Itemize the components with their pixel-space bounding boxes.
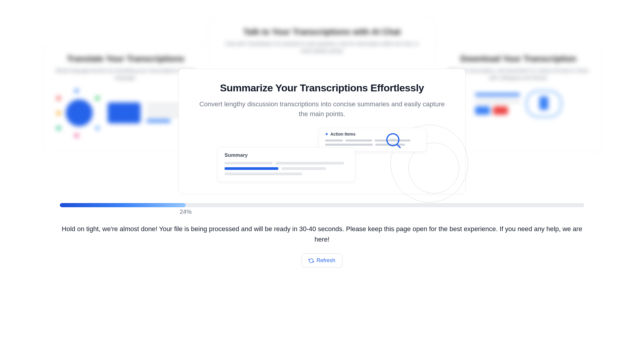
progress-percent-label: 24% <box>180 208 584 215</box>
main-desc: Convert lengthy discussion transcription… <box>197 99 447 119</box>
translate-graphic <box>54 90 197 135</box>
blurred-top-title: Talk to Your Transcriptions with AI Chat <box>221 27 423 37</box>
blurred-left-title: Translate Your Transcriptions <box>54 54 197 64</box>
download-graphic <box>447 90 590 117</box>
globe-icon <box>66 99 93 126</box>
upload-icon <box>108 102 141 123</box>
refresh-label: Refresh <box>316 257 335 264</box>
summary-card: Summary <box>218 147 355 182</box>
progress-message: Hold on tight, we're almost done! Your f… <box>60 224 584 245</box>
magnifier-icon <box>386 133 399 146</box>
progress-section: 24% Hold on tight, we're almost done! Yo… <box>24 203 620 268</box>
main-feature-card: Summarize Your Transcriptions Effortless… <box>178 69 466 194</box>
blurred-left-desc: Break language barriers by translating y… <box>54 67 197 82</box>
blurred-right-title: Download Your Transcription <box>447 54 590 64</box>
refresh-button[interactable]: Refresh <box>302 254 342 268</box>
format-pill-icon <box>475 106 490 115</box>
blurred-right-desc: Edit your transcription, and download it… <box>447 67 590 82</box>
refresh-icon <box>309 258 314 263</box>
progress-fill <box>60 203 186 207</box>
action-items-label: Action Items <box>330 132 355 136</box>
format-pill-icon <box>493 106 508 115</box>
sparkle-icon: ✦ <box>325 132 329 136</box>
summarize-illustration: ✦ Action Items <box>197 128 447 185</box>
main-title: Summarize Your Transcriptions Effortless… <box>197 82 447 94</box>
progress-bar <box>60 203 584 207</box>
carousel-area: Talk to Your Transcriptions with AI Chat… <box>24 12 620 197</box>
summary-label: Summary <box>225 152 348 158</box>
blurred-top-desc: Chat with Transkriptor's AI assistant to… <box>221 40 423 55</box>
file-icon <box>539 96 548 110</box>
